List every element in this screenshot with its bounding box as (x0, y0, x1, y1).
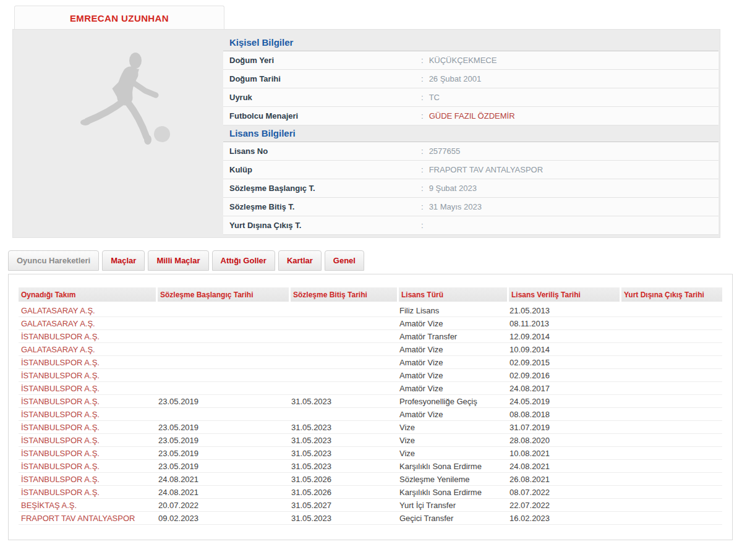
cell-type: Karşılıklı Sona Erdirme (397, 486, 507, 499)
team-link[interactable]: İSTANBULSPOR A.Ş. (19, 369, 156, 382)
cell-end: 31.05.2023 (289, 447, 397, 460)
cell-start: 23.05.2019 (156, 460, 289, 473)
cell-type: Amatör Vize (397, 343, 507, 356)
cell-issued: 24.05.2019 (507, 395, 620, 408)
team-link[interactable]: İSTANBULSPOR A.Ş. (19, 460, 156, 473)
tab-oyuncu-hareketleri[interactable]: Oyuncu Hareketleri (8, 250, 99, 271)
cell-end (289, 317, 397, 330)
player-movements-panel: Oynadığı TakımSözleşme Başlangıç TarihiS… (8, 274, 733, 540)
team-link[interactable]: İSTANBULSPOR A.Ş. (19, 486, 156, 499)
table-row: İSTANBULSPOR A.Ş.Amatör Vize24.08.2017 (19, 382, 722, 395)
cell-type: Yurt İçi Transfer (397, 499, 507, 512)
tab-ma-lar[interactable]: Maçlar (102, 250, 145, 271)
cell-type: Amatör Vize (397, 356, 507, 369)
cell-abroad (620, 499, 722, 512)
cell-abroad (620, 447, 722, 460)
cell-issued: 24.08.2017 (507, 382, 620, 395)
table-row: İSTANBULSPOR A.Ş.Amatör Vize02.09.2015 (19, 356, 722, 369)
cell-end: 31.05.2023 (289, 460, 397, 473)
cell-type: Filiz Lisans (397, 304, 507, 317)
team-link[interactable]: İSTANBULSPOR A.Ş. (19, 408, 156, 421)
info-row-uyruk: Uyruk:TC (223, 88, 719, 107)
info-label: Kulüp (223, 165, 421, 174)
cell-end (289, 369, 397, 382)
cell-issued: 24.08.2021 (507, 460, 620, 473)
info-label: Sözleşme Başlangıç T. (223, 184, 421, 193)
table-row: GALATASARAY A.Ş.Amatör Vize10.09.2014 (19, 343, 722, 356)
info-row-lisans-no: Lisans No:2577655 (223, 142, 719, 161)
team-link[interactable]: İSTANBULSPOR A.Ş. (19, 356, 156, 369)
column-header-s-zle-me-biti-tarihi: Sözleşme Bitiş Tarihi (289, 287, 397, 304)
team-link[interactable]: GALATASARAY A.Ş. (19, 304, 156, 317)
table-row: İSTANBULSPOR A.Ş.23.05.201931.05.2023Viz… (19, 447, 722, 460)
cell-start (156, 356, 289, 369)
team-link[interactable]: İSTANBULSPOR A.Ş. (19, 330, 156, 343)
cell-end: 31.05.2023 (289, 421, 397, 434)
player-name-tab: EMRECAN UZUNHAN (14, 6, 224, 30)
player-name: EMRECAN UZUNHAN (70, 13, 169, 23)
team-link[interactable]: İSTANBULSPOR A.Ş. (19, 473, 156, 486)
cell-type: Vize (397, 434, 507, 447)
team-link[interactable]: İSTANBULSPOR A.Ş. (19, 421, 156, 434)
team-link[interactable]: İSTANBULSPOR A.Ş. (19, 395, 156, 408)
info-label: Doğum Yeri (223, 56, 421, 65)
info-label: Sözleşme Bitiş T. (223, 202, 421, 211)
cell-start (156, 382, 289, 395)
info-row-do-um-yeri: Doğum Yeri:KÜÇÜKÇEKMECE (223, 51, 719, 70)
table-row: GALATASARAY A.Ş.Amatör Vize08.11.2013 (19, 317, 722, 330)
player-card-panel: Kişisel Bilgiler Doğum Yeri:KÜÇÜKÇEKMECE… (12, 29, 720, 238)
info-value: 31 Mayıs 2023 (429, 202, 482, 211)
team-link[interactable]: GALATASARAY A.Ş. (19, 343, 156, 356)
personal-info-rows: Doğum Yeri:KÜÇÜKÇEKMECEDoğum Tarihi:26 Ş… (223, 51, 719, 125)
football-icon (154, 126, 170, 142)
cell-start: 23.05.2019 (156, 447, 289, 460)
cell-type: Vize (397, 447, 507, 460)
team-link[interactable]: İSTANBULSPOR A.Ş. (19, 447, 156, 460)
cell-start (156, 408, 289, 421)
info-label: Uyruk (223, 93, 421, 102)
table-row: İSTANBULSPOR A.Ş.23.05.201931.05.2023Pro… (19, 395, 722, 408)
cell-issued: 08.07.2022 (507, 486, 620, 499)
team-link[interactable]: FRAPORT TAV ANTALYASPOR (19, 512, 156, 525)
cell-issued: 16.02.2023 (507, 512, 620, 525)
cell-issued: 02.09.2016 (507, 369, 620, 382)
cell-issued: 08.11.2013 (507, 317, 620, 330)
cell-start: 23.05.2019 (156, 395, 289, 408)
tab-milli-ma-lar[interactable]: Milli Maçlar (148, 250, 208, 271)
cell-issued: 10.09.2014 (507, 343, 620, 356)
team-link[interactable]: BEŞİKTAŞ A.Ş. (19, 499, 156, 512)
manager-link[interactable]: GÜDE FAZIL ÖZDEMİR (429, 111, 515, 121)
player-profile-page: { "meta": { "colon": ":" }, "player": { … (0, 0, 742, 560)
cell-start (156, 330, 289, 343)
cell-abroad (620, 473, 722, 486)
info-row-do-um-tarihi: Doğum Tarihi:26 Şubat 2001 (223, 70, 719, 88)
column-header-oynad-tak-m: Oynadığı Takım (19, 287, 156, 304)
cell-type: Amatör Vize (397, 317, 507, 330)
table-row: İSTANBULSPOR A.Ş.24.08.202131.05.2026Söz… (19, 473, 722, 486)
info-label: Doğum Tarihi (223, 74, 421, 83)
cell-type: Vize (397, 421, 507, 434)
cell-end (289, 408, 397, 421)
team-link[interactable]: GALATASARAY A.Ş. (19, 317, 156, 330)
column-header-lisans-t-r: Lisans Türü (397, 287, 507, 304)
tab-kartlar[interactable]: Kartlar (278, 250, 322, 271)
tab-genel[interactable]: Genel (325, 250, 364, 271)
cell-start: 20.07.2022 (156, 499, 289, 512)
cell-abroad (620, 460, 722, 473)
cell-end (289, 343, 397, 356)
colon-separator: : (421, 221, 424, 230)
tab-att-goller[interactable]: Attığı Goller (212, 250, 275, 271)
cell-end: 31.05.2026 (289, 486, 397, 499)
cell-end: 31.05.2023 (289, 434, 397, 447)
cell-issued: 10.08.2021 (507, 447, 620, 460)
cell-start: 09.02.2023 (156, 512, 289, 525)
cell-type: Amatör Vize (397, 408, 507, 421)
cell-type: Amatör Vize (397, 382, 507, 395)
cell-start (156, 343, 289, 356)
team-link[interactable]: İSTANBULSPOR A.Ş. (19, 434, 156, 447)
cell-issued: 12.09.2014 (507, 330, 620, 343)
info-value: 9 Şubat 2023 (429, 184, 477, 193)
personal-info-title: Kişisel Bilgiler (223, 35, 719, 51)
cell-start (156, 317, 289, 330)
team-link[interactable]: İSTANBULSPOR A.Ş. (19, 382, 156, 395)
